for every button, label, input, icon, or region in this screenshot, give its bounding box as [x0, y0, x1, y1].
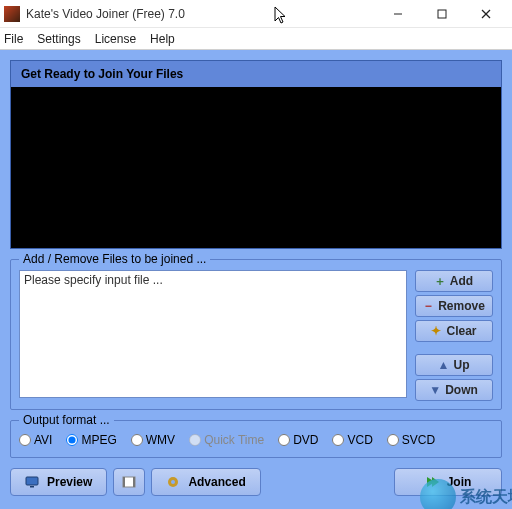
menu-settings[interactable]: Settings [37, 32, 80, 46]
svg-rect-4 [26, 477, 38, 485]
menu-license[interactable]: License [95, 32, 136, 46]
up-button[interactable]: ▲Up [415, 354, 493, 376]
svg-rect-8 [133, 477, 135, 487]
files-group: Add / Remove Files to be joined ... Plea… [10, 259, 502, 410]
radio-avi[interactable]: AVI [19, 433, 52, 447]
add-button[interactable]: ＋Add [415, 270, 493, 292]
app-icon [4, 6, 20, 22]
preview-button[interactable]: Preview [10, 468, 107, 496]
svg-point-10 [171, 480, 175, 484]
menubar: File Settings License Help [0, 28, 512, 50]
advanced-button[interactable]: Advanced [151, 468, 260, 496]
file-list-placeholder: Please specify input file ... [24, 273, 163, 287]
play-icon [425, 475, 439, 489]
file-list[interactable]: Please specify input file ... [19, 270, 407, 398]
monitor-icon [25, 475, 39, 489]
menu-help[interactable]: Help [150, 32, 175, 46]
join-button[interactable]: Join [394, 468, 502, 496]
minus-icon: − [423, 301, 433, 311]
minimize-button[interactable] [376, 0, 420, 28]
clear-button[interactable]: ✦Clear [415, 320, 493, 342]
menu-file[interactable]: File [4, 32, 23, 46]
arrow-down-icon: ▼ [430, 385, 440, 395]
film-icon [122, 475, 136, 489]
radio-quicktime[interactable]: Quick Time [189, 433, 264, 447]
close-button[interactable] [464, 0, 508, 28]
window-title: Kate's Video Joiner (Free) 7.0 [26, 7, 376, 21]
content-area: Get Ready to Join Your Files Add / Remov… [0, 50, 512, 509]
format-group: Output format ... AVI MPEG WMV Quick Tim… [10, 420, 502, 458]
remove-button[interactable]: −Remove [415, 295, 493, 317]
film-button[interactable] [113, 468, 145, 496]
radio-dvd[interactable]: DVD [278, 433, 318, 447]
svg-rect-7 [123, 477, 125, 487]
svg-rect-5 [30, 486, 34, 488]
svg-marker-12 [432, 477, 439, 487]
video-preview-area [10, 87, 502, 249]
plus-icon: ＋ [435, 276, 445, 286]
bottom-toolbar: Preview Advanced Join [10, 468, 502, 496]
down-button[interactable]: ▼Down [415, 379, 493, 401]
titlebar: Kate's Video Joiner (Free) 7.0 [0, 0, 512, 28]
radio-svcd[interactable]: SVCD [387, 433, 435, 447]
svg-rect-1 [438, 10, 446, 18]
star-icon: ✦ [431, 326, 441, 336]
radio-vcd[interactable]: VCD [332, 433, 372, 447]
maximize-button[interactable] [420, 0, 464, 28]
format-group-title: Output format ... [19, 413, 114, 427]
banner-title: Get Ready to Join Your Files [10, 60, 502, 87]
files-group-title: Add / Remove Files to be joined ... [19, 252, 210, 266]
radio-wmv[interactable]: WMV [131, 433, 175, 447]
gear-icon [166, 475, 180, 489]
radio-mpeg[interactable]: MPEG [66, 433, 116, 447]
arrow-up-icon: ▲ [439, 360, 449, 370]
